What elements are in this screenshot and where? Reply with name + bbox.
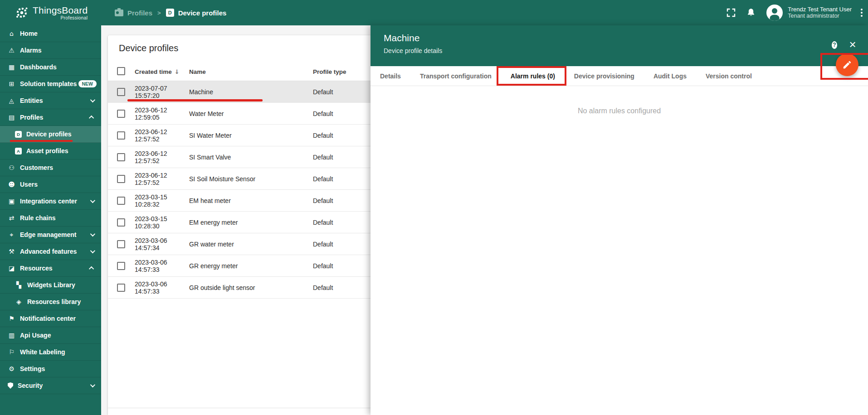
sidebar-item-solution-templates[interactable]: ⊞ Solution templates NEW [0,76,101,92]
sidebar-item-label: Rule chains [20,214,56,222]
sidebar-item-label: Dashboards [20,63,57,71]
sidebar-item-asset-profiles[interactable]: A Asset profiles [0,143,101,159]
sidebar-item-security[interactable]: Security [0,377,101,394]
advanced-features-icon: ⚒ [8,248,15,255]
header-actions: Trendz Test Tenant User Tenant administr… [726,0,868,25]
sidebar-item-alarms[interactable]: ⚠ Alarms [0,42,101,59]
sidebar-item-label: Advanced features [20,248,77,255]
sidebar-item-dashboards[interactable]: ▦ Dashboards [0,59,101,76]
sidebar-item-edge-management[interactable]: ⌖ Edge management [0,227,101,243]
cell-created-time: 2023-03-06 14:57:34 [135,237,189,251]
edit-fab-button[interactable] [836,53,858,76]
cell-created-time: 2023-06-12 12:57:52 [135,172,189,186]
row-checkbox[interactable] [117,262,125,270]
top-header: Profiles > D Device profiles [0,0,868,25]
help-button[interactable]: ? [829,39,840,50]
row-checkbox[interactable] [117,197,125,205]
chevron-icon [89,116,94,121]
sidebar-item-home[interactable]: ⌂ Home [0,25,101,42]
device-profile-icon: D [15,131,22,138]
column-created-time[interactable]: Created time↓ [135,68,189,75]
close-icon[interactable]: × [846,38,859,51]
sidebar-item-label: Device profiles [26,130,72,138]
kebab-menu-icon[interactable] [858,7,865,19]
sidebar-item-label: Entities [20,97,43,104]
cell-created-time: 2023-03-06 14:57:33 [135,280,189,295]
row-checkbox[interactable] [117,284,125,292]
tab-version-control[interactable]: Version control [696,66,761,86]
tab-alarm-rules-0[interactable]: Alarm rules (0) [501,66,565,86]
sidebar-item-users[interactable]: ☻ Users [0,176,101,193]
row-checkbox[interactable] [117,88,125,96]
sidebar-item-notification-center[interactable]: ⚑ Notification center [0,310,101,327]
row-checkbox[interactable] [117,153,125,161]
breadcrumb-device-profiles-label: Device profiles [178,9,227,17]
cell-name: SI Soil Moisture Sensor [189,175,313,183]
row-checkbox[interactable] [117,218,125,227]
sidebar-item-label: Resources library [27,298,81,305]
white-labeling-icon: ⚐ [8,348,15,356]
breadcrumb-device-profiles[interactable]: D Device profiles [166,9,227,17]
cell-name: GR water meter [189,241,313,248]
panel-subtitle: Device profile details [384,47,868,54]
sidebar-item-rule-chains[interactable]: ⇄ Rule chains [0,210,101,227]
sidebar-item-resources-library[interactable]: ◈ Resources library [0,294,101,310]
user-role: Tenant administrator [788,13,852,19]
sidebar-item-integrations-center[interactable]: ▣ Integrations center [0,193,101,210]
sidebar-item-api-usage[interactable]: ▥ Api Usage [0,327,101,344]
sidebar-item-label: Settings [20,365,45,372]
chevron-icon [89,266,94,271]
dashboards-icon: ▦ [8,63,15,71]
sidebar-item-label: Integrations center [20,198,77,205]
edge-management-icon: ⌖ [8,231,15,239]
column-name[interactable]: Name [189,68,313,75]
sidebar-item-label: Customers [20,164,53,171]
user-menu[interactable]: Trendz Test Tenant User Tenant administr… [788,6,852,19]
user-avatar[interactable] [766,5,783,21]
entities-icon: ◬ [8,97,15,104]
sidebar-item-widgets-library[interactable]: ▚ Widgets Library [0,277,101,294]
sidebar-item-label: Home [20,30,38,37]
cell-created-time: 2023-06-12 12:59:05 [135,106,189,121]
sidebar-item-settings[interactable]: ⚙ Settings [0,361,101,377]
sidebar-item-customers[interactable]: ⚇ Customers [0,159,101,176]
resources-library-icon: ◈ [15,298,23,305]
thingsboard-logo[interactable]: ThingsBoard Professional [0,0,101,25]
row-checkbox[interactable] [117,175,125,183]
asset-profile-icon: A [15,148,22,154]
select-all-checkbox[interactable] [117,67,125,75]
sidebar-item-device-profiles[interactable]: D Device profiles [0,126,101,143]
breadcrumb-profiles[interactable]: Profiles [115,9,152,17]
panel-header: Machine Device profile details ? × [371,25,868,66]
sidebar-item-white-labeling[interactable]: ⚐ White Labeling [0,344,101,361]
fullscreen-icon[interactable] [726,7,736,18]
sidebar-item-entities[interactable]: ◬ Entities [0,92,101,109]
sidebar-item-advanced-features[interactable]: ⚒ Advanced features [0,243,101,260]
sort-arrow-icon: ↓ [175,68,180,75]
sidebar-item-label: Resources [20,265,53,272]
solution-templates-icon: ⊞ [8,80,15,87]
help-icon: ? [832,41,837,49]
api-usage-icon: ▥ [8,332,15,339]
tab-device-provisioning[interactable]: Device provisioning [565,66,644,86]
sidebar-item-resources[interactable]: ◪ Resources [0,260,101,277]
sidebar-item-label: Notification center [20,315,76,322]
row-checkbox[interactable] [117,131,125,140]
new-badge: NEW [78,80,97,87]
row-checkbox[interactable] [117,110,125,118]
sidebar-item-profiles[interactable]: ▤ Profiles [0,109,101,126]
row-checkbox[interactable] [117,240,125,248]
panel-title: Machine [384,32,868,44]
tab-details[interactable]: Details [371,66,410,86]
device-profile-details-panel: Machine Device profile details ? × Detai… [371,25,868,415]
notifications-bell-icon[interactable] [746,7,756,18]
tab-transport-configuration[interactable]: Transport configuration [410,66,501,86]
breadcrumb: Profiles > D Device profiles [115,0,226,25]
alarm-warning-icon: ⚠ [8,47,15,54]
tab-audit-logs[interactable]: Audit Logs [644,66,696,86]
users-icon: ☻ [8,181,15,188]
cell-name: Machine [189,88,313,96]
cell-name: SI Smart Valve [189,154,313,161]
app-edition: Professional [60,15,88,20]
breadcrumb-profiles-label: Profiles [127,9,152,17]
